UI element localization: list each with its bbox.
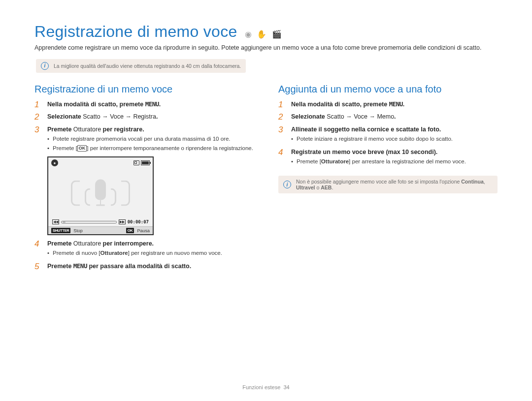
step1-text: Nella modalità di scatto, premete — [47, 101, 143, 108]
step-3: 3 Allineate il soggetto nella cornice e … — [278, 125, 498, 145]
step-1: 1 Nella modalità di scatto, premete MENU… — [278, 100, 498, 110]
page-footer: Funzioni estese 34 — [0, 384, 532, 390]
tip-text: Non è possibile aggiungere memo voce all… — [296, 179, 493, 190]
menu-path: Scatto → Voce → Memo — [327, 113, 394, 120]
title-text: Registrazione di memo voce — [34, 23, 237, 40]
menu-button-label: MENU — [145, 100, 159, 108]
camera-screen-illustration: ● ◀◀ ▶▶ 00:00:07 SHUTTER Stop — [47, 156, 154, 235]
step-3: 3 Premete Otturatore per registrare. Pot… — [34, 125, 254, 154]
pause-label: Pausa — [137, 228, 150, 233]
page-number: 34 — [283, 384, 289, 390]
step-4: 4 Premete Otturatore per interrompere. P… — [34, 239, 254, 259]
stop-label: Stop — [73, 228, 83, 233]
menu-button-label: MENU — [389, 100, 403, 108]
bullet: Premete di nuovo [Otturatore] per regist… — [47, 249, 254, 257]
tip-cannot-add-memo: i Non è possibile aggiungere memo voce a… — [278, 176, 498, 193]
forward-icon: ▶▶ — [119, 219, 126, 224]
step-number: 3 — [278, 125, 285, 145]
step-number: 2 — [34, 112, 41, 122]
step-number: 4 — [278, 148, 285, 167]
subhead-record: Registrazione di un memo voce — [34, 84, 254, 95]
step-4: 4 Registrate un memo voce breve (max 10 … — [278, 148, 498, 167]
step-number: 1 — [278, 100, 285, 110]
card-icon — [133, 160, 139, 165]
bullet: Potete iniziare a registrare il memo voc… — [291, 135, 498, 143]
ok-tag: OK — [126, 228, 134, 233]
step-1: 1 Nella modalità di scatto, premete MENU… — [34, 100, 254, 110]
col-record-memo: Registrazione di un memo voce 1 Nella mo… — [34, 84, 254, 274]
ok-button-icon: OK — [77, 145, 87, 152]
info-icon: i — [41, 62, 49, 70]
step-number: 3 — [34, 125, 41, 154]
record-mode-icon: ● — [51, 159, 58, 166]
col-add-memo-to-photo: Aggiunta di un memo voce a una foto 1 Ne… — [278, 84, 498, 274]
step-number: 4 — [34, 239, 41, 259]
step-2: 2 Selezionate Scatto → Voce → Registra. — [34, 112, 254, 122]
menu-path: Scatto → Voce → Registra — [83, 113, 156, 120]
shutter-tag: SHUTTER — [51, 228, 70, 233]
progress-bar: ◀◀ ▶▶ 00:00:07 — [52, 219, 149, 224]
info-icon: i — [283, 181, 291, 188]
rewind-icon: ◀◀ — [52, 219, 59, 224]
step-number: 1 — [34, 100, 41, 110]
step-number: 2 — [278, 112, 285, 122]
page-title: Registrazione di memo voce ◉ ✋ 🎬 — [34, 23, 498, 41]
step-number: 5 — [34, 262, 41, 272]
battery-icon — [141, 160, 150, 165]
bullet: Premete [OK] per interrompere temporanea… — [47, 145, 254, 153]
microphone-graphic — [71, 180, 130, 206]
section-name: Funzioni estese — [242, 384, 280, 390]
step-5: 5 Premete MENU per passare alla modalità… — [34, 262, 254, 272]
mode-icons: ◉ ✋ 🎬 — [245, 30, 283, 38]
step-2: 2 Selezionate Scatto → Voce → Memo. — [278, 112, 498, 122]
bullet: Potete registrare promemoria vocali per … — [47, 135, 254, 143]
bullet: Premete [Otturatore] per arrestare la re… — [291, 158, 498, 166]
menu-button-label: MENU — [73, 262, 87, 270]
intro-paragraph: Apprendete come registrare un memo voce … — [34, 44, 498, 52]
elapsed-time: 00:00:07 — [128, 219, 149, 224]
two-column-layout: Registrazione di un memo voce 1 Nella mo… — [34, 84, 498, 274]
tip-text: La migliore qualità dell'audio viene ott… — [54, 63, 241, 69]
tip-audio-quality: i La migliore qualità dell'audio viene o… — [36, 59, 246, 73]
subhead-add-to-photo: Aggiunta di un memo voce a una foto — [278, 84, 498, 95]
